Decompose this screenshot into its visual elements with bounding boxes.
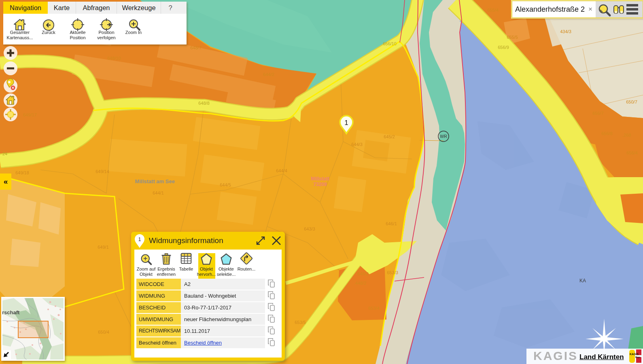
svg-text:656/7: 656/7 bbox=[592, 111, 604, 116]
svg-text:649/1: 649/1 bbox=[98, 245, 109, 250]
svg-text:653/3: 653/3 bbox=[387, 270, 398, 275]
svg-text:656/4: 656/4 bbox=[626, 150, 638, 155]
svg-text:Position: Position bbox=[98, 30, 114, 35]
svg-text:Zurück: Zurück bbox=[42, 30, 55, 35]
svg-text:Objekt: Objekt bbox=[140, 272, 153, 277]
svg-text:Widmungsinformation: Widmungsinformation bbox=[149, 236, 223, 245]
svg-text:WR: WR bbox=[440, 134, 447, 139]
svg-text:hervorh...: hervorh... bbox=[197, 272, 216, 277]
svg-text:rschaft: rschaft bbox=[2, 309, 20, 315]
svg-text:648/7: 648/7 bbox=[190, 45, 202, 50]
svg-text:KA: KA bbox=[579, 278, 586, 284]
svg-text:24: 24 bbox=[2, 151, 7, 156]
svg-text:Zoom In: Zoom In bbox=[125, 30, 142, 35]
svg-text:73209: 73209 bbox=[313, 182, 327, 187]
svg-text:646/1: 646/1 bbox=[386, 221, 397, 226]
svg-text:648/10: 648/10 bbox=[107, 56, 121, 61]
svg-text:Ergebnis: Ergebnis bbox=[157, 267, 175, 271]
svg-text:Gesamter: Gesamter bbox=[10, 30, 30, 35]
svg-text:1: 1 bbox=[138, 237, 141, 242]
svg-text:648/8: 648/8 bbox=[198, 101, 210, 106]
svg-text:656/10: 656/10 bbox=[383, 41, 397, 46]
svg-text:Routen...: Routen... bbox=[238, 267, 256, 271]
svg-text:Maps: Maps bbox=[635, 356, 641, 358]
svg-text:655/5: 655/5 bbox=[507, 35, 518, 40]
svg-text:.448/2: .448/2 bbox=[354, 281, 367, 286]
svg-text:644/4: 644/4 bbox=[276, 168, 287, 173]
svg-text:644/3: 644/3 bbox=[351, 142, 363, 147]
svg-text:656/9: 656/9 bbox=[498, 45, 509, 50]
svg-text:644/1: 644/1 bbox=[153, 190, 164, 195]
svg-text:655/4: 655/4 bbox=[487, 8, 499, 13]
svg-text:649/14: 649/14 bbox=[95, 169, 109, 174]
svg-text:649/18: 649/18 bbox=[15, 170, 29, 175]
svg-text:649/17: 649/17 bbox=[23, 112, 37, 117]
svg-text:verfolgen: verfolgen bbox=[97, 35, 115, 40]
svg-text:644/2: 644/2 bbox=[263, 72, 274, 77]
svg-text:Aktuelle: Aktuelle bbox=[70, 30, 85, 35]
svg-text:Tabelle: Tabelle bbox=[179, 267, 193, 271]
svg-text:650/7: 650/7 bbox=[626, 99, 637, 104]
svg-text:Millstatt: Millstatt bbox=[311, 176, 329, 182]
svg-text:644/5: 644/5 bbox=[220, 182, 231, 187]
svg-text:656/8: 656/8 bbox=[601, 131, 613, 136]
svg-text:1: 1 bbox=[344, 119, 348, 127]
svg-text:646/2: 646/2 bbox=[357, 271, 369, 276]
svg-text:Kartenauss...: Kartenauss... bbox=[7, 35, 33, 40]
svg-text:Objekt: Objekt bbox=[200, 267, 213, 271]
svg-text:selektie...: selektie... bbox=[217, 272, 236, 277]
svg-text:653/5: 653/5 bbox=[295, 320, 306, 325]
svg-text:entfernen: entfernen bbox=[157, 272, 176, 277]
svg-text:434/3: 434/3 bbox=[560, 29, 571, 34]
svg-text:Zoom auf: Zoom auf bbox=[137, 267, 156, 271]
svg-text:Position: Position bbox=[70, 35, 85, 40]
svg-text:KAGIS: KAGIS bbox=[630, 353, 639, 356]
svg-text:645/2: 645/2 bbox=[384, 134, 395, 139]
svg-text:Objekte: Objekte bbox=[219, 267, 234, 271]
svg-text:.268: .268 bbox=[622, 133, 631, 138]
svg-text:650/4: 650/4 bbox=[98, 330, 109, 334]
svg-text:653/4: 653/4 bbox=[368, 306, 380, 311]
svg-text:643/3: 643/3 bbox=[304, 226, 315, 231]
svg-text:Millstatt am See: Millstatt am See bbox=[135, 178, 175, 184]
